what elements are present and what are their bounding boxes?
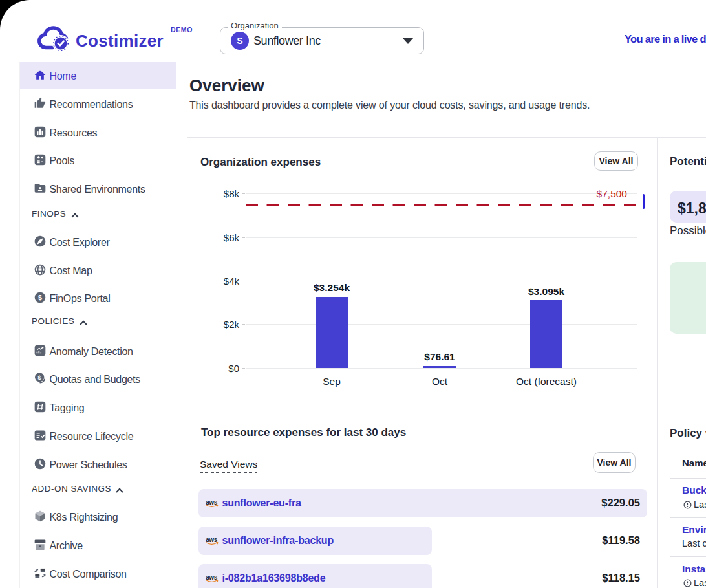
svg-text:aws: aws bbox=[206, 499, 217, 506]
svg-text:$: $ bbox=[38, 294, 42, 301]
svg-text:aws: aws bbox=[206, 536, 217, 543]
svg-text:$: $ bbox=[38, 374, 42, 381]
svg-text:aws: aws bbox=[206, 574, 217, 581]
